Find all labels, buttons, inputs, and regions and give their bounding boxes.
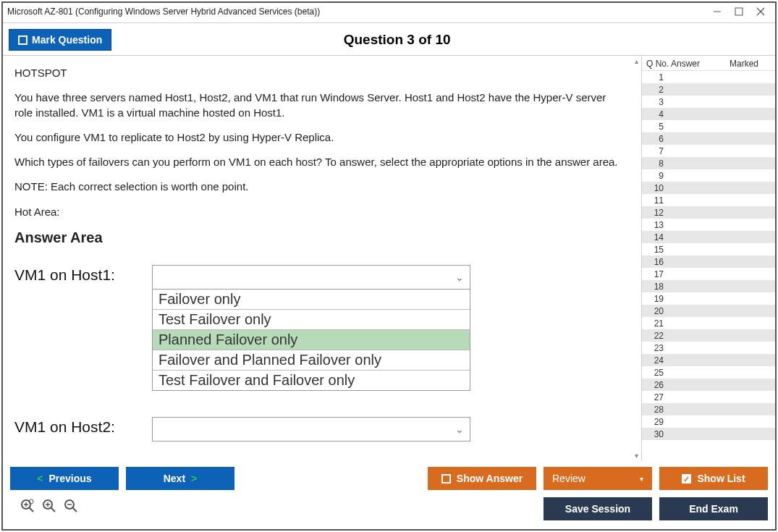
question-list-row[interactable]: 21 xyxy=(642,317,775,329)
review-label: Review xyxy=(552,473,585,484)
review-button[interactable]: Review ▾ xyxy=(544,467,652,490)
question-list-row[interactable]: 24 xyxy=(642,354,775,366)
col-header-qno: Q No. xyxy=(646,59,671,69)
question-list-row[interactable]: 22 xyxy=(642,329,775,342)
question-list-row[interactable]: 8 xyxy=(642,157,775,169)
question-list-row[interactable]: 9 xyxy=(642,169,775,182)
previous-button[interactable]: < Previous xyxy=(10,467,119,490)
dropdown-1-option[interactable]: Failover and Planned Failover only xyxy=(153,350,470,371)
question-list-row[interactable]: 16 xyxy=(642,256,775,268)
question-list[interactable]: 1234567891011121314151617181920212223242… xyxy=(642,70,775,461)
question-number: 22 xyxy=(646,331,671,341)
question-list-row[interactable]: 13 xyxy=(642,219,775,231)
question-list-row[interactable]: 1 xyxy=(642,71,775,83)
question-list-pane: Q No. Answer Marked 12345678910111213141… xyxy=(641,56,775,461)
show-answer-button[interactable]: Show Answer xyxy=(428,467,536,490)
question-list-row[interactable]: 28 xyxy=(642,403,775,415)
zoom-in-icon[interactable] xyxy=(42,499,58,515)
question-list-row[interactable]: 29 xyxy=(642,415,775,428)
dropdown-1-option[interactable]: Failover only xyxy=(153,290,470,310)
question-list-row[interactable]: 2 xyxy=(642,83,775,96)
dropdown-1-option[interactable]: Test Failover only xyxy=(153,310,470,330)
question-number: 10 xyxy=(646,183,671,193)
col-header-answer: Answer xyxy=(671,59,717,69)
question-number: 5 xyxy=(646,122,671,132)
dropdown-1-list: Failover only Test Failover only Planned… xyxy=(152,290,470,391)
zoom-out-icon[interactable] xyxy=(64,499,80,515)
question-number: 11 xyxy=(646,195,671,206)
dropdown-2-select[interactable]: ⌄ xyxy=(152,417,470,442)
question-list-row[interactable]: 27 xyxy=(642,391,775,403)
question-list-row[interactable]: 4 xyxy=(642,108,775,120)
question-list-row[interactable]: 3 xyxy=(642,96,775,108)
zoom-reset-icon[interactable] xyxy=(20,499,36,515)
chevron-down-icon: ⌄ xyxy=(455,271,464,283)
window-title: Microsoft AZ-801 (Configuring Windows Se… xyxy=(7,7,713,17)
question-list-row[interactable]: 30 xyxy=(642,428,775,440)
show-list-button[interactable]: ✓ Show List xyxy=(659,467,768,490)
checkbox-icon xyxy=(18,35,28,45)
question-list-row[interactable]: 15 xyxy=(642,243,775,256)
question-list-row[interactable]: 14 xyxy=(642,231,775,243)
question-number: 24 xyxy=(646,355,671,366)
hotspot-row-1: VM1 on Host1: ⌄ Failover only Test Failo… xyxy=(14,265,620,391)
show-list-label: Show List xyxy=(697,473,745,484)
scroll-down-icon[interactable]: ▾ xyxy=(635,452,638,460)
question-list-row[interactable]: 18 xyxy=(642,280,775,292)
question-list-row[interactable]: 5 xyxy=(642,120,775,132)
question-list-row[interactable]: 12 xyxy=(642,206,775,219)
svg-line-5 xyxy=(29,507,33,512)
question-number: 27 xyxy=(646,392,671,402)
question-para-2: You configure VM1 to replicate to Host2 … xyxy=(14,130,620,145)
chevron-down-icon: ⌄ xyxy=(455,423,464,435)
question-list-row[interactable]: 11 xyxy=(642,194,775,206)
question-list-row[interactable]: 6 xyxy=(642,132,775,145)
question-number: 6 xyxy=(646,134,671,144)
question-list-row[interactable]: 10 xyxy=(642,182,775,194)
question-list-row[interactable]: 26 xyxy=(642,379,775,391)
question-number: 30 xyxy=(646,429,671,439)
save-session-button[interactable]: Save Session xyxy=(544,497,652,520)
dropdown-1-option[interactable]: Planned Failover only xyxy=(153,330,470,350)
question-list-row[interactable]: 17 xyxy=(642,268,775,280)
dropdown-1-select[interactable]: ⌄ xyxy=(152,265,470,290)
close-icon[interactable] xyxy=(756,7,765,16)
question-number: 28 xyxy=(646,405,671,415)
caret-down-icon: ▾ xyxy=(640,475,643,483)
hotspot-label-2: VM1 on Host2: xyxy=(14,417,152,436)
question-number: 12 xyxy=(646,208,671,218)
chevron-right-icon: > xyxy=(191,473,197,484)
question-list-row[interactable]: 20 xyxy=(642,305,775,317)
next-label: Next xyxy=(164,473,185,484)
question-number: 7 xyxy=(646,146,671,156)
previous-label: Previous xyxy=(49,473,92,484)
question-number: 16 xyxy=(646,257,671,267)
question-list-row[interactable]: 19 xyxy=(642,292,775,305)
dropdown-1-option[interactable]: Test Failover and Failover only xyxy=(153,371,470,390)
end-exam-button[interactable]: End Exam xyxy=(659,497,768,520)
question-number: 25 xyxy=(646,368,671,378)
question-note: NOTE: Each correct selection is worth on… xyxy=(14,180,620,194)
question-number: 26 xyxy=(646,380,671,390)
question-para-1: You have three servers named Host1, Host… xyxy=(14,90,620,120)
question-list-row[interactable]: 25 xyxy=(642,366,775,379)
hotspot-row-2: VM1 on Host2: ⌄ xyxy=(14,417,620,442)
question-list-row[interactable]: 23 xyxy=(642,342,775,354)
checkbox-checked-icon: ✓ xyxy=(682,474,691,484)
svg-line-14 xyxy=(72,507,77,512)
window-titlebar: Microsoft AZ-801 (Configuring Windows Se… xyxy=(3,3,775,23)
minimize-icon[interactable] xyxy=(713,7,722,16)
scroll-up-icon[interactable]: ▴ xyxy=(635,57,638,65)
question-number: 19 xyxy=(646,294,671,304)
mark-question-button[interactable]: Mark Question xyxy=(9,29,111,51)
question-list-row[interactable]: 7 xyxy=(642,145,775,157)
question-number: 17 xyxy=(646,269,671,279)
show-answer-label: Show Answer xyxy=(457,473,523,484)
question-number: 9 xyxy=(646,171,671,181)
save-session-label: Save Session xyxy=(565,503,630,515)
next-button[interactable]: Next > xyxy=(126,467,234,490)
question-number: 20 xyxy=(646,306,671,316)
maximize-icon[interactable] xyxy=(735,7,743,16)
checkbox-icon xyxy=(441,474,451,484)
question-number: 29 xyxy=(646,417,671,427)
